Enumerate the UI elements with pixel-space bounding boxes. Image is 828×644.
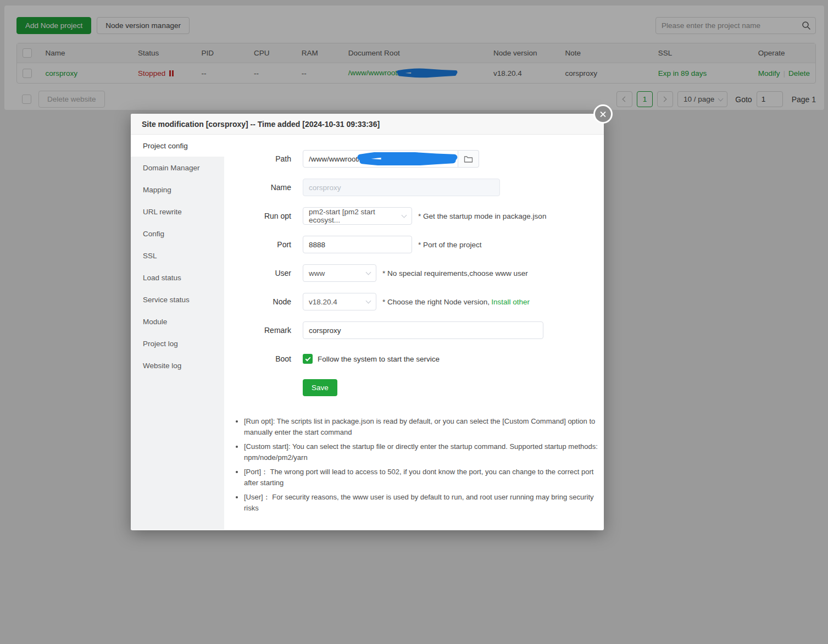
remark-label: Remark [224,326,303,335]
run-opt-row: Run opt pm2-start [pm2 start ecosyst... … [224,202,604,230]
path-input[interactable] [303,150,458,168]
port-hint: * Port of the project [418,241,482,249]
node-label: Node [224,297,303,306]
remark-row: Remark [224,316,604,345]
folder-icon [464,155,473,163]
port-input[interactable] [303,236,412,253]
tab-mapping[interactable]: Mapping [131,179,224,201]
tab-config[interactable]: Config [131,223,224,245]
tab-module[interactable]: Module [131,310,224,332]
name-row: Name [224,173,604,202]
note-user: [User]： For security reasons, the www us… [244,492,602,514]
run-opt-hint: * Get the startup mode in package.json [418,212,546,220]
modal-sidebar: Project config Domain Manager Mapping UR… [131,135,224,530]
boot-label: Boot [224,354,303,363]
note-custom-start: [Custom start]: You can select the start… [244,441,602,463]
install-other-link[interactable]: Install other [491,298,530,306]
run-opt-select[interactable]: pm2-start [pm2 start ecosyst... [303,207,412,225]
modal-close-button[interactable] [593,104,613,124]
user-row: User www * No special requirements,choos… [224,259,604,287]
remark-input[interactable] [303,321,543,339]
tab-domain-manager[interactable]: Domain Manager [131,157,224,179]
save-button[interactable]: Save [303,379,337,396]
run-opt-value: pm2-start [pm2 start ecosyst... [309,208,402,224]
modal-title: Site modification [corsproxy] -- Time ad… [142,120,380,129]
check-icon [305,356,310,361]
help-notes: [Run opt]: The scripts list in package.j… [244,416,602,514]
name-input [303,179,500,196]
path-row: Path [224,145,604,173]
node-hint-text: * Choose the right Node version, [382,298,490,306]
node-version-value: v18.20.4 [309,298,337,306]
user-hint: * No special requirements,choose www use… [382,269,528,277]
node-row: Node v18.20.4 * Choose the right Node ve… [224,287,604,316]
chevron-down-icon [366,298,371,304]
user-value: www [309,269,325,277]
node-hint: * Choose the right Node version,Install … [382,298,530,306]
tab-load-status[interactable]: Load status [131,267,224,288]
tab-website-log[interactable]: Website log [131,354,224,376]
note-port: [Port]： The wrong port will lead to acce… [244,467,602,488]
chevron-down-icon [366,270,371,275]
tab-url-rewrite[interactable]: URL rewrite [131,201,224,223]
boot-checkbox[interactable] [303,354,313,364]
browse-path-button[interactable] [458,150,479,168]
user-select[interactable]: www [303,264,376,282]
tab-service-status[interactable]: Service status [131,288,224,310]
port-label: Port [224,240,303,249]
port-row: Port * Port of the project [224,230,604,259]
boot-row: Boot Follow the system to start the serv… [224,345,604,373]
site-modification-modal: Site modification [corsproxy] -- Time ad… [131,114,604,530]
tab-project-log[interactable]: Project log [131,332,224,354]
note-run-opt: [Run opt]: The scripts list in package.j… [244,416,602,438]
user-label: User [224,269,303,277]
node-version-select[interactable]: v18.20.4 [303,293,376,310]
tab-ssl[interactable]: SSL [131,245,224,267]
tab-project-config[interactable]: Project config [131,135,224,157]
path-label: Path [224,154,303,163]
modal-header: Site modification [corsproxy] -- Time ad… [131,114,604,135]
project-config-panel: Path Name [224,135,604,530]
name-label: Name [224,183,303,192]
run-opt-label: Run opt [224,212,303,220]
save-row: Save [224,373,604,402]
boot-text: Follow the system to start the service [318,355,440,363]
